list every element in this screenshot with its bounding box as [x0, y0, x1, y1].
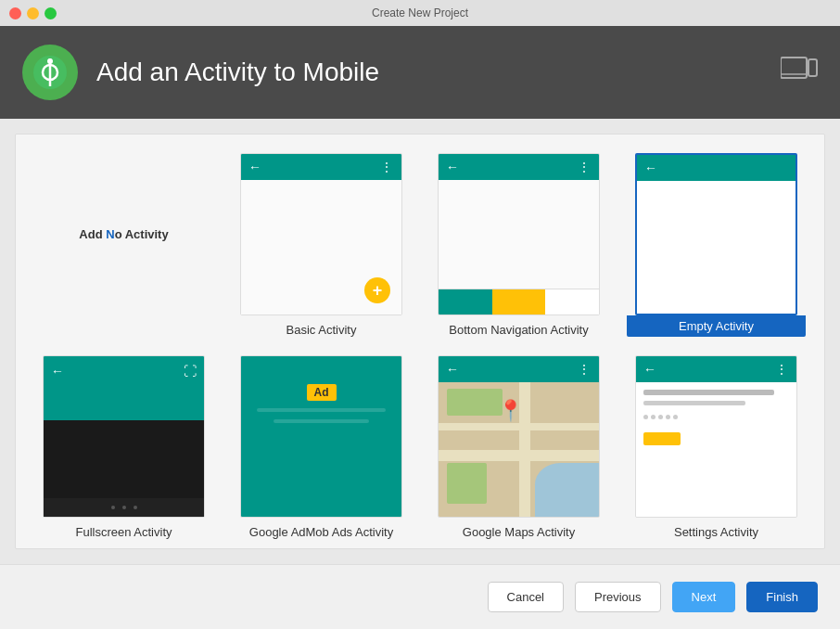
fullscreen-phone-bar [44, 498, 204, 517]
list-activity-preview: ← ⋮ [635, 355, 797, 518]
basic-back-arrow: ← [248, 160, 261, 174]
window-title: Create New Project [372, 6, 468, 19]
logo-icon [32, 54, 69, 91]
bottomnav-bar [439, 289, 599, 314]
map-activity-preview: ← ⋮ 📍 [438, 355, 600, 518]
bottomnav-back-arrow: ← [446, 160, 459, 174]
window-controls[interactable] [9, 7, 57, 19]
basic-activity-preview: ← ⋮ + [240, 153, 402, 315]
title-bar: Create New Project [0, 0, 840, 26]
list-dot-5 [673, 415, 678, 419]
list-dot-3 [658, 415, 663, 419]
list-phone-bar: ← ⋮ [636, 356, 796, 382]
empty-phone-bar: ← [637, 155, 795, 181]
fullscreen-activity-preview: ← ⛶ [43, 355, 205, 518]
ad-content: Ad [241, 356, 401, 517]
bottomnav-phone-bar: ← ⋮ [439, 154, 599, 180]
ad-activity-preview: Ad [240, 355, 402, 518]
bottomnav-phone-content [439, 180, 599, 289]
activity-item-ad[interactable]: Ad Google AdMob Ads Activity [232, 355, 411, 539]
bottomnav-activity-preview: ← ⋮ [438, 153, 600, 315]
ad-phone-screen: Ad [241, 356, 401, 517]
fullscreen-expand-icon: ⛶ [184, 364, 197, 379]
minimize-button[interactable] [27, 7, 39, 19]
fullscreen-dark-area [44, 420, 204, 517]
maximize-button[interactable] [45, 7, 57, 19]
list-button [643, 432, 681, 445]
page-header: Add an Activity to Mobile [0, 26, 840, 119]
fullscreen-top-bar: ← ⛶ [44, 356, 204, 386]
fullscreen-activity-label: Fullscreen Activity [75, 525, 172, 539]
bottomnav-menu-dots: ⋮ [578, 160, 592, 174]
basic-fab: + [364, 277, 390, 303]
basic-activity-label: Basic Activity [286, 323, 357, 337]
list-line-1 [643, 390, 774, 395]
phone-dot-3 [134, 506, 137, 509]
basic-phone-screen: ← ⋮ + [241, 154, 401, 314]
map-content: 📍 [439, 382, 599, 517]
list-activity-label: Settings Activity [674, 525, 758, 539]
list-menu-dots: ⋮ [775, 362, 789, 377]
map-phone-bar: ← ⋮ [439, 356, 599, 382]
cancel-button[interactable]: Cancel [488, 582, 564, 612]
activity-item-map[interactable]: ← ⋮ 📍 [429, 355, 608, 539]
list-dots [643, 415, 789, 419]
fullscreen-back-arrow: ← [51, 364, 64, 379]
list-dot-1 [643, 415, 648, 419]
android-studio-logo [22, 45, 78, 100]
main-content: Add No Activity ← ⋮ + Basic Activity [15, 134, 825, 549]
list-dot-4 [666, 415, 670, 419]
activity-item-bottomnav[interactable]: ← ⋮ Bottom Navigation Activity [429, 153, 608, 337]
empty-activity-label: Empty Activity [627, 315, 806, 337]
empty-activity-preview: ← [635, 153, 797, 315]
device-icon [781, 56, 818, 89]
map-back-arrow: ← [446, 362, 459, 377]
map-green-1 [447, 389, 503, 416]
map-road-h2 [439, 423, 599, 430]
ad-badge: Ad [307, 384, 337, 401]
activity-grid: Add No Activity ← ⋮ + Basic Activity [34, 153, 806, 539]
multi-device-icon [781, 56, 818, 85]
no-activity-preview: Add No Activity [43, 153, 205, 315]
bottomnav-phone-screen: ← ⋮ [439, 154, 599, 314]
bottomnav-activity-label: Bottom Navigation Activity [449, 323, 588, 337]
next-button[interactable]: Next [672, 582, 736, 612]
empty-back-arrow: ← [644, 160, 657, 175]
fullscreen-phone-screen: ← ⛶ [44, 356, 204, 517]
list-content [636, 382, 796, 453]
map-pin: 📍 [498, 399, 523, 423]
activity-item-fullscreen[interactable]: ← ⛶ Fullscreen Activity [34, 355, 213, 539]
empty-phone-screen: ← [637, 155, 795, 314]
activity-item-basic[interactable]: ← ⋮ + Basic Activity [232, 153, 411, 337]
bottom-bar: Cancel Previous Next Finish [0, 564, 840, 629]
close-button[interactable] [9, 7, 21, 19]
list-line-2 [643, 401, 745, 405]
list-dot-2 [651, 415, 655, 419]
ad-line-2 [274, 419, 370, 423]
basic-phone-bar: ← ⋮ [241, 154, 401, 180]
no-activity-label: Add No Activity [79, 227, 168, 241]
svg-point-2 [47, 58, 53, 64]
previous-button[interactable]: Previous [575, 582, 661, 612]
bottomnav-item-3 [545, 289, 599, 314]
ad-line-1 [257, 408, 385, 412]
list-back-arrow: ← [643, 362, 656, 377]
bottomnav-item-2 [492, 289, 546, 314]
basic-phone-content: + [241, 180, 401, 314]
empty-phone-content [637, 181, 795, 314]
finish-button[interactable]: Finish [746, 582, 818, 612]
map-menu-dots: ⋮ [578, 362, 592, 377]
svg-rect-4 [808, 59, 817, 76]
activity-item-no-activity[interactable]: Add No Activity [34, 153, 213, 337]
basic-menu-dots: ⋮ [380, 160, 394, 174]
page-title: Add an Activity to Mobile [96, 58, 818, 87]
map-water [535, 463, 599, 517]
activity-item-list[interactable]: ← ⋮ [627, 355, 806, 539]
map-green-2 [447, 463, 487, 504]
map-phone-screen: ← ⋮ 📍 [439, 356, 599, 517]
bottomnav-item-1 [439, 289, 492, 314]
activity-item-empty[interactable]: ← Empty Activity [627, 153, 806, 337]
list-phone-screen: ← ⋮ [636, 356, 796, 517]
phone-dot-2 [122, 506, 126, 509]
ad-activity-label: Google AdMob Ads Activity [249, 525, 393, 539]
